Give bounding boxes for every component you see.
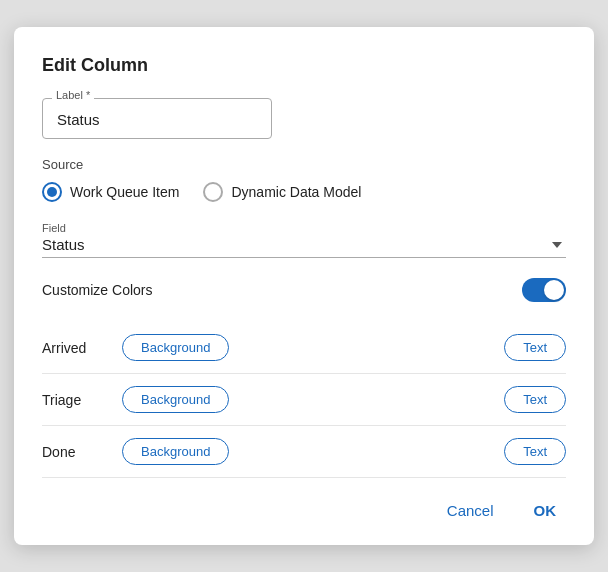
radio-dynamic-data-model-label: Dynamic Data Model: [231, 184, 361, 200]
color-row-triage: Triage Background Text: [42, 374, 566, 426]
source-label: Source: [42, 157, 566, 172]
label-input[interactable]: [42, 98, 272, 139]
radio-work-queue-item-inner: [47, 187, 57, 197]
edit-column-dialog: Edit Column Label * Source Work Queue It…: [14, 27, 594, 545]
arrived-text-button[interactable]: Text: [504, 334, 566, 361]
radio-work-queue-item[interactable]: Work Queue Item: [42, 182, 179, 202]
label-field-label: Label *: [52, 89, 94, 101]
field-select-group: Field Status: [42, 222, 566, 258]
radio-work-queue-item-label: Work Queue Item: [70, 184, 179, 200]
radio-dynamic-data-model[interactable]: Dynamic Data Model: [203, 182, 361, 202]
color-row-done: Done Background Text: [42, 426, 566, 478]
cancel-button[interactable]: Cancel: [437, 496, 504, 525]
field-select-label: Field: [42, 222, 566, 234]
color-row-done-name: Done: [42, 444, 122, 460]
triage-background-button[interactable]: Background: [122, 386, 229, 413]
radio-work-queue-item-outer: [42, 182, 62, 202]
dialog-title: Edit Column: [42, 55, 566, 76]
customize-colors-toggle[interactable]: [522, 278, 566, 302]
field-select-row[interactable]: Status: [42, 236, 566, 253]
done-background-button[interactable]: Background: [122, 438, 229, 465]
toggle-knob: [544, 280, 564, 300]
ok-button[interactable]: OK: [524, 496, 567, 525]
color-row-arrived: Arrived Background Text: [42, 322, 566, 374]
radio-dynamic-data-model-outer: [203, 182, 223, 202]
color-row-arrived-name: Arrived: [42, 340, 122, 356]
source-radio-group: Work Queue Item Dynamic Data Model: [42, 182, 566, 202]
triage-text-button[interactable]: Text: [504, 386, 566, 413]
done-text-button[interactable]: Text: [504, 438, 566, 465]
field-select-value: Status: [42, 236, 85, 253]
customize-colors-row: Customize Colors: [42, 278, 566, 306]
dialog-actions: Cancel OK: [42, 496, 566, 525]
arrived-background-button[interactable]: Background: [122, 334, 229, 361]
color-rows-container: Arrived Background Text Triage Backgroun…: [42, 322, 566, 478]
label-field-group: Label *: [42, 98, 566, 139]
chevron-down-icon: [552, 242, 562, 248]
customize-colors-label: Customize Colors: [42, 282, 152, 298]
color-row-triage-name: Triage: [42, 392, 122, 408]
